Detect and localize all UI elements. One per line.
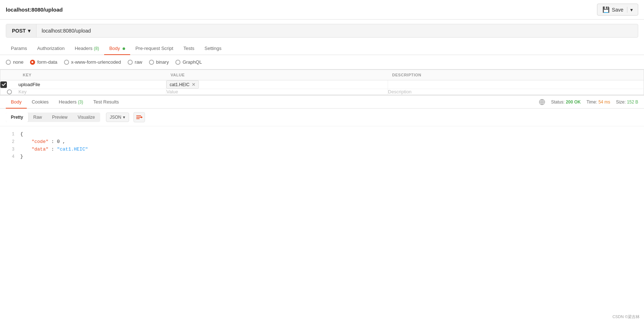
row-checkbox[interactable]	[0, 81, 7, 88]
code-line-2: 2 "code" : 0 ,	[0, 138, 644, 146]
body-type-graphql[interactable]: GraphQL	[175, 59, 202, 65]
code-val-code: 0	[57, 139, 60, 144]
response-tab-headers[interactable]: Headers (3)	[54, 96, 88, 108]
code-line-1: 1 {	[0, 131, 644, 138]
empty-key-cell[interactable]: Key	[18, 89, 166, 95]
method-selector[interactable]: POST ▾	[6, 24, 37, 37]
format-tabs: Pretty Raw Preview Visualize	[6, 113, 100, 122]
time-value: 54 ms	[598, 100, 610, 105]
body-type-selectors: none form-data x-www-form-urlencoded raw…	[0, 55, 644, 69]
binary-radio-icon	[149, 60, 154, 65]
file-tag-name: cat1.HEIC	[170, 82, 189, 87]
tab-params[interactable]: Params	[6, 42, 32, 55]
file-tag-remove[interactable]: ✕	[192, 82, 196, 87]
tab-headers[interactable]: Headers (8)	[70, 42, 104, 55]
line-num-3: 3	[6, 146, 14, 153]
status-label: Status: 200 OK	[551, 100, 581, 105]
empty-desc-cell[interactable]: Description	[388, 89, 644, 95]
status-value: 200 OK	[566, 100, 581, 105]
request-bar: POST ▾	[6, 24, 638, 38]
code-key-code: "code"	[20, 139, 48, 144]
empty-value-cell[interactable]: Value	[166, 89, 388, 95]
raw-radio-icon	[128, 60, 133, 65]
size-value: 152 B	[627, 100, 638, 105]
response-status-bar: Status: 200 OK Time: 54 ms Size: 152 B	[539, 99, 638, 105]
body-type-none[interactable]: none	[6, 59, 24, 65]
code-view: 1 { 2 "code" : 0 , 3 "data" : "cat1.HEIC…	[0, 126, 644, 165]
url-input[interactable]	[37, 24, 638, 37]
size-label: Size: 152 B	[616, 100, 638, 105]
line-num-1: 1	[6, 131, 14, 138]
line-num-4: 4	[6, 153, 14, 160]
code-line-4: 4 }	[0, 153, 644, 161]
col-value: VALUE	[166, 70, 388, 80]
body-type-form-data[interactable]: form-data	[30, 59, 57, 65]
response-tab-cookies[interactable]: Cookies	[27, 96, 54, 108]
tab-body[interactable]: Body	[104, 42, 130, 55]
format-tab-pretty[interactable]: Pretty	[6, 113, 28, 122]
time-label: Time: 54 ms	[587, 100, 610, 105]
format-tab-raw[interactable]: Raw	[28, 113, 47, 122]
response-tab-test-results[interactable]: Test Results	[88, 96, 124, 108]
wrap-button[interactable]	[133, 112, 145, 122]
code-line-3: 3 "data" : "cat1.HEIC"	[0, 146, 644, 153]
none-radio-icon	[6, 60, 11, 65]
code-key-data: "data"	[20, 147, 48, 152]
response-section: Body Cookies Headers (3) Test Results St…	[0, 95, 644, 165]
format-tab-preview[interactable]: Preview	[47, 113, 73, 122]
top-bar-url: localhost:8080/upload	[6, 7, 63, 13]
body-dot-icon	[123, 47, 125, 50]
json-chevron-icon: ▾	[123, 115, 125, 120]
format-tab-visualize[interactable]: Visualize	[73, 113, 100, 122]
col-checkbox	[0, 70, 18, 80]
urlencoded-radio-icon	[64, 60, 69, 65]
line-num-2: 2	[6, 139, 14, 145]
request-tabs: Params Authorization Headers (8) Body Pr…	[0, 42, 644, 55]
form-data-radio-icon	[30, 60, 35, 65]
body-type-urlencoded[interactable]: x-www-form-urlencoded	[64, 59, 121, 65]
format-bar: Pretty Raw Preview Visualize JSON ▾	[0, 109, 644, 126]
response-tabs: Body Cookies Headers (3) Test Results St…	[0, 96, 644, 109]
tab-tests[interactable]: Tests	[178, 42, 199, 55]
save-label: Save	[612, 7, 623, 13]
empty-checkbox-cell	[0, 89, 18, 95]
top-bar: localhost:8080/upload 💾 Save ▾	[0, 0, 644, 20]
globe-icon	[539, 99, 545, 105]
file-tag: cat1.HEIC ✕	[166, 80, 199, 89]
response-headers-badge: (3)	[78, 100, 83, 105]
row-checkbox-cell	[0, 80, 18, 89]
row-key-cell[interactable]: uploadFile	[18, 80, 166, 89]
save-icon: 💾	[602, 6, 610, 13]
col-key: KEY	[18, 70, 166, 80]
method-chevron-icon: ▾	[28, 28, 30, 34]
method-label: POST	[12, 28, 26, 34]
tab-settings[interactable]: Settings	[200, 42, 227, 55]
code-val-data: "cat1.HEIC"	[57, 147, 88, 152]
graphql-radio-icon	[175, 60, 180, 65]
json-format-selector[interactable]: JSON ▾	[106, 113, 129, 122]
table-row: uploadFile cat1.HEIC ✕	[0, 80, 644, 89]
row-value-cell[interactable]: cat1.HEIC ✕	[166, 80, 388, 89]
headers-badge: (8)	[94, 46, 99, 51]
wrap-icon	[136, 114, 142, 120]
body-type-raw[interactable]: raw	[128, 59, 142, 65]
empty-row-checkbox	[7, 89, 12, 94]
checkmark-icon	[2, 83, 6, 86]
col-description: DESCRIPTION	[388, 70, 644, 80]
save-chevron-icon[interactable]: ▾	[627, 7, 633, 13]
tab-authorization[interactable]: Authorization	[32, 42, 70, 55]
json-label: JSON	[110, 115, 121, 120]
tab-pre-request[interactable]: Pre-request Script	[130, 42, 178, 55]
row-desc-cell[interactable]	[388, 80, 644, 89]
save-button[interactable]: 💾 Save ▾	[597, 4, 638, 16]
form-table: KEY VALUE DESCRIPTION uploadFile	[0, 69, 644, 95]
table-row-empty: Key Value Description	[0, 89, 644, 95]
body-type-binary[interactable]: binary	[149, 59, 169, 65]
response-tab-body[interactable]: Body	[6, 96, 27, 108]
